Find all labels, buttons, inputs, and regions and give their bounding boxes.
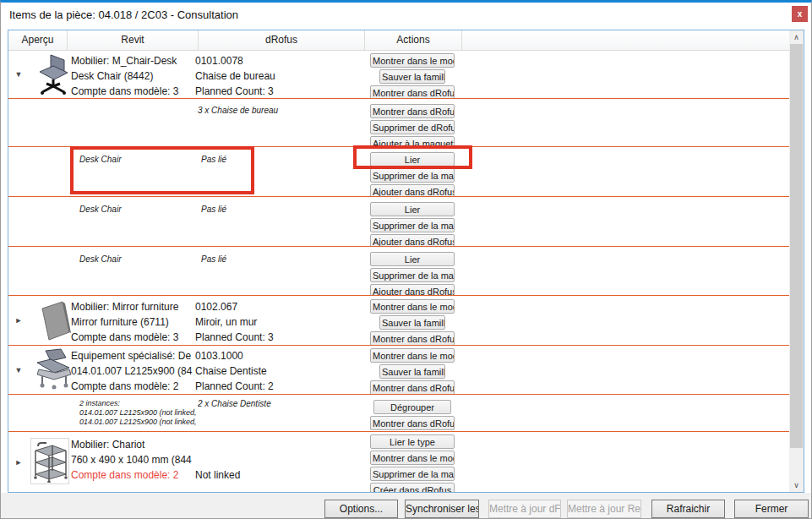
table-row-chaise-bureau-group: 3 x Chaise de bureau Montrer dans dRofus… (8, 99, 789, 147)
link-type-button[interactable]: Lier le type (370, 434, 455, 449)
column-header-revit[interactable]: Revit (68, 30, 199, 51)
show-in-drofus-button[interactable]: Montrer dans dRofus (370, 85, 455, 99)
remove-from-drofus-button[interactable]: Supprimer de dRofus (370, 120, 455, 134)
column-header-apercu[interactable]: Aperçu (8, 30, 68, 51)
revit-cell: 2 instances: 014.01.007 L2125x900 (not l… (79, 399, 215, 427)
update-revit-button: Mettre à jour Re (567, 500, 641, 518)
show-in-model-button[interactable]: Montrer dans le mod (370, 53, 455, 68)
drofus-cell: 2 x Chaise Dentiste (198, 399, 368, 409)
items-room-dialog: Items de la pièce: 04.018 / 2C03 - Consu… (0, 0, 812, 519)
add-to-model-button[interactable]: Ajouter à la maquette (370, 136, 455, 147)
actions-cell: Lier Supprimer de la maq Ajouter dans dR… (370, 152, 455, 197)
show-in-drofus-button[interactable]: Montrer dans dRofus (370, 416, 455, 430)
show-in-drofus-button[interactable]: Montrer dans dRofus (370, 380, 455, 395)
save-family-button[interactable]: Sauver la famille (379, 69, 445, 84)
remove-from-model-button[interactable]: Supprimer de la maq (370, 467, 455, 481)
drofus-cell: Pas lié (201, 254, 372, 265)
update-drofus-button: Mettre à jour dF (488, 500, 561, 518)
show-in-model-button[interactable]: Montrer dans le mod (370, 299, 455, 314)
actions-cell: Montrer dans dRofus Supprimer de dRofus … (370, 104, 455, 147)
add-in-drofus-button[interactable]: Ajouter dans dRofus (370, 284, 455, 296)
items-list: Aperçu Revit dRofus Actions ▼ (8, 30, 789, 492)
revit-cell: Mobilier: Chariot 760 x 490 x 1040 mm (8… (71, 437, 196, 483)
actions-cell: Lier le type Montrer dans le mod Supprim… (370, 434, 455, 492)
drofus-cell: 0101.0078 Chaise de bureau Planned Count… (195, 53, 366, 99)
actions-cell: Lier Supprimer de la maq Ajouter dans dR… (370, 252, 455, 296)
table-row-desk-chair-instance: Desk Chair Pas lié Lier Supprimer de la … (8, 147, 789, 197)
close-button[interactable]: Fermer (734, 500, 809, 518)
close-icon[interactable]: x (792, 6, 808, 22)
show-in-model-button[interactable]: Montrer dans le mod (370, 348, 455, 363)
items-list-panel: Aperçu Revit dRofus Actions ▼ (8, 30, 804, 493)
column-header-actions[interactable]: Actions (365, 30, 462, 51)
title-bar: Items de la pièce: 04.018 / 2C03 - Consu… (1, 3, 811, 28)
expander-collapse-icon[interactable]: ▼ (13, 70, 25, 79)
desk-chair-icon (34, 53, 74, 99)
table-row-desk-chair: ▼ Mobilier: M_Chair-Desk De (8, 51, 789, 99)
drofus-cell: Pas lié (201, 155, 372, 165)
remove-from-model-button[interactable]: Supprimer de la maq (370, 268, 455, 282)
drofus-cell: 3 x Chaise de bureau (198, 106, 368, 116)
remove-from-model-button[interactable]: Supprimer de la maq (370, 218, 455, 232)
scroll-up-icon[interactable]: ∧ (789, 30, 804, 44)
ungroup-button[interactable]: Dégrouper (373, 400, 451, 414)
show-in-model-button[interactable]: Montrer dans le mod (370, 451, 455, 465)
revit-cell: Desk Chair (79, 205, 204, 215)
actions-cell: Montrer dans le mod Sauver la famille Mo… (370, 53, 455, 99)
table-row-desk-chair-instance: Desk Chair Pas lié Lier Supprimer de la … (8, 197, 789, 247)
show-in-drofus-button[interactable]: Montrer dans dRofus (370, 331, 455, 346)
actions-cell: Dégrouper Montrer dans dRofus (370, 400, 455, 430)
remove-from-model-button[interactable]: Supprimer de la maq (370, 168, 455, 183)
link-button[interactable]: Lier (370, 202, 455, 216)
scroll-down-icon[interactable]: ∨ (789, 478, 804, 492)
add-in-drofus-button[interactable]: Ajouter dans dRofus (370, 234, 455, 247)
footer-bar: Options... Synchroniser les Mettre à jou… (1, 493, 811, 519)
expander-collapse-icon[interactable]: ▼ (13, 366, 25, 374)
revit-cell: Desk Chair (79, 254, 204, 265)
save-family-button[interactable]: Sauver la famille (379, 364, 445, 379)
table-row-dentist-instances: 2 instances: 014.01.007 L2125x900 (not l… (8, 395, 789, 432)
table-row-mirror: ► Mobilier: Mirror furniture Mirror furn… (8, 296, 789, 346)
synchronize-button[interactable]: Synchroniser les (405, 500, 479, 518)
scrollbar-thumb[interactable] (790, 44, 803, 448)
show-in-drofus-button[interactable]: Montrer dans dRofus (370, 104, 455, 118)
add-in-drofus-button[interactable]: Ajouter dans dRofus (370, 184, 455, 197)
link-button[interactable]: Lier (370, 152, 455, 167)
drofus-cell: 0103.1000 Chaise Dentiste Planned Count:… (195, 348, 366, 394)
expander-expand-icon[interactable]: ► (13, 316, 25, 325)
table-row-dentist-chair: ▼ Equipement spécialisé: De 014.01.007 L (8, 346, 789, 395)
list-header: Aperçu Revit dRofus Actions (8, 30, 789, 51)
actions-cell: Lier Supprimer de la maq Ajouter dans dR… (370, 202, 455, 247)
count-warning: Compte dans modèle: 2 (71, 467, 196, 483)
drofus-cell: Pas lié (201, 205, 372, 215)
create-in-drofus-button[interactable]: Créer dans dRofus (370, 483, 455, 492)
mirror-icon (40, 300, 72, 346)
expander-expand-icon[interactable]: ► (13, 458, 25, 467)
vertical-scrollbar[interactable]: ∧ ∨ (789, 30, 804, 492)
actions-cell: Montrer dans le mod Sauver la famille Mo… (370, 299, 455, 346)
revit-cell: Mobilier: Mirror furniture Mirror furnit… (71, 299, 196, 345)
table-row-cart: ► (8, 432, 789, 492)
actions-cell: Montrer dans le mod Sauver la famille Mo… (370, 348, 455, 395)
refresh-button[interactable]: Rafraichir (651, 500, 725, 518)
options-button[interactable]: Options... (324, 500, 398, 518)
column-header-drofus[interactable]: dRofus (199, 30, 365, 51)
table-row-desk-chair-instance: Desk Chair Pas lié Lier Supprimer de la … (8, 247, 789, 296)
dialog-title: Items de la pièce: 04.018 / 2C03 - Consu… (9, 8, 238, 21)
cart-icon (33, 440, 68, 486)
save-family-button[interactable]: Sauver la famille (379, 315, 445, 330)
drofus-cell: Not linked (195, 467, 366, 483)
link-button[interactable]: Lier (370, 252, 455, 266)
drofus-cell: 0102.067 Miroir, un mur Planned Count: 3 (195, 299, 366, 345)
revit-cell: Equipement spécialisé: De 014.01.007 L21… (71, 348, 196, 394)
revit-cell: Mobilier: M_Chair-Desk Desk Chair (8442)… (71, 53, 196, 99)
revit-cell: Desk Chair (79, 155, 204, 165)
